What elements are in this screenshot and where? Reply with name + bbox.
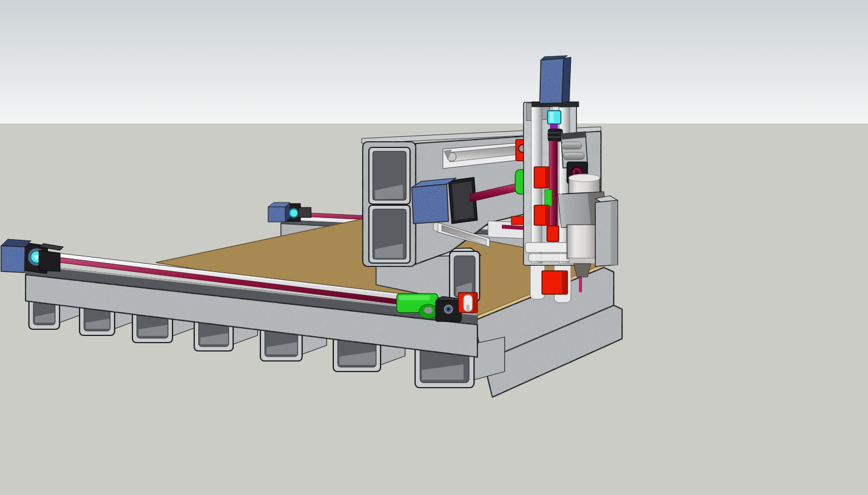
gantry-beam-lower-opening — [369, 205, 410, 263]
z-coupling-cyan — [548, 111, 561, 124]
viewport-3d[interactable] — [0, 0, 868, 495]
linear-bearing-block-red — [458, 293, 477, 313]
far-coupling-cyan — [289, 209, 298, 217]
cnc-machine-render — [0, 0, 868, 495]
z-flex-coupling-black — [548, 129, 563, 141]
tool-bit — [579, 277, 582, 292]
z-drive-nut-green — [545, 190, 552, 206]
spindle-collet-nose — [574, 264, 591, 277]
gantry-beam-upper-opening — [369, 147, 410, 204]
right-support-tube — [595, 196, 618, 266]
sky — [0, 0, 868, 123]
x-stepper-motor — [412, 177, 477, 224]
spindle-body — [567, 225, 598, 259]
